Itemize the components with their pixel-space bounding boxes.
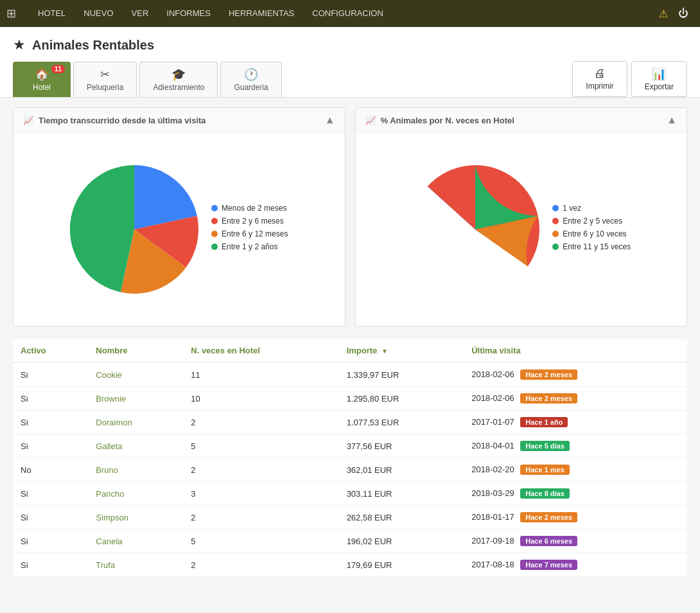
- cell-activo: Si: [13, 482, 88, 506]
- legend-dot: [552, 218, 559, 224]
- table-row: Si Simpson 2 262,58 EUR 2018-01-17 Hace …: [13, 506, 687, 529]
- nav-nuevo[interactable]: NUEVO: [74, 0, 122, 27]
- col-importe[interactable]: Importe ▼: [339, 339, 464, 362]
- animal-name-link[interactable]: Trufa: [96, 560, 115, 570]
- legend-label: Entre 2 y 5 veces: [563, 217, 622, 226]
- tab-hotel[interactable]: 🏠 Hotel 11: [13, 62, 71, 97]
- imprimir-button[interactable]: 🖨 Imprimir: [572, 61, 627, 97]
- nav-hotel[interactable]: HOTEL: [29, 0, 74, 27]
- cell-importe: 179,69 EUR: [339, 553, 464, 577]
- cell-ultima: 2018-04-01 Hace 5 días: [464, 434, 687, 458]
- cell-importe: 1.077,53 EUR: [339, 411, 464, 434]
- cell-nombre[interactable]: Doraimon: [88, 411, 183, 434]
- cell-nombre[interactable]: Pancho: [88, 482, 183, 506]
- cell-importe: 362,01 EUR: [339, 458, 464, 482]
- table-row: Si Cookie 11 1.339,97 EUR 2018-02-06 Hac…: [13, 362, 687, 387]
- legend-dot: [211, 205, 218, 211]
- hotel-badge: 11: [51, 65, 65, 73]
- cell-nombre[interactable]: Simpson: [88, 506, 183, 529]
- animal-name-link[interactable]: Brownie: [96, 394, 126, 404]
- legend-item: Entre 2 y 6 meses: [211, 217, 288, 226]
- animal-name-link[interactable]: Canela: [96, 537, 122, 546]
- exportar-button[interactable]: 📊 Exportar: [631, 61, 687, 97]
- cell-visitas: 10: [183, 387, 338, 411]
- sort-icon: ▼: [381, 348, 388, 355]
- legend-dot: [211, 218, 218, 224]
- table-body: Si Cookie 11 1.339,97 EUR 2018-02-06 Hac…: [13, 362, 687, 577]
- table-row: Si Pancho 3 303,11 EUR 2018-03-29 Hace 8…: [13, 482, 687, 506]
- table-row: Si Doraimon 2 1.077,53 EUR 2017-01-07 Ha…: [13, 411, 687, 434]
- legend-item: Menos de 2 meses: [211, 204, 288, 213]
- animal-name-link[interactable]: Doraimon: [96, 418, 132, 427]
- cell-nombre[interactable]: Canela: [88, 529, 183, 553]
- legend-item: 1 vez: [552, 204, 631, 213]
- visit-badge: Hace 7 meses: [520, 560, 577, 570]
- cell-visitas: 5: [183, 434, 338, 458]
- cell-importe: 196,02 EUR: [339, 529, 464, 553]
- animal-name-link[interactable]: Pancho: [96, 489, 124, 499]
- legend-label: Entre 11 y 15 veces: [563, 242, 631, 251]
- animal-name-link[interactable]: Bruno: [96, 465, 118, 475]
- chart-left-body: Menos de 2 meses Entre 2 y 6 meses Entre…: [70, 165, 288, 294]
- legend-label: Entre 1 y 2 años: [222, 242, 277, 251]
- cell-activo: Si: [13, 553, 88, 577]
- cell-nombre[interactable]: Trufa: [88, 553, 183, 577]
- nav-configuracion[interactable]: CONFIGURACION: [303, 0, 392, 27]
- animal-name-link[interactable]: Simpson: [96, 513, 128, 522]
- cell-nombre[interactable]: Bruno: [88, 458, 183, 482]
- cell-activo: Si: [13, 387, 88, 411]
- cell-ultima: 2017-01-07 Hace 1 año: [464, 411, 687, 434]
- trend-icon-right: 📈: [365, 116, 376, 125]
- legend-label: Entre 6 y 12 meses: [222, 229, 288, 238]
- table-wrapper: Activo Nombre N. veces en Hotel Importe …: [13, 339, 687, 577]
- legend-item: Entre 6 y 10 veces: [552, 229, 631, 238]
- alert-icon[interactable]: ⚠: [654, 8, 673, 20]
- chart-left-collapse[interactable]: ▲: [325, 114, 335, 126]
- visit-badge: Hace 2 meses: [520, 369, 577, 380]
- nav-ver[interactable]: VER: [123, 0, 158, 27]
- print-icon: 🖨: [594, 67, 606, 80]
- cell-activo: Si: [13, 506, 88, 529]
- tabs-left: 🏠 Hotel 11 ✂ Peluqueria 🎓 Adiestramiento…: [13, 62, 284, 97]
- cell-importe: 1.339,97 EUR: [339, 362, 464, 387]
- nav-herramientas[interactable]: HERRAMIENTAS: [220, 0, 303, 27]
- chart-right-body: 1 vez Entre 2 y 5 veces Entre 6 y 10 vec…: [411, 165, 631, 294]
- cell-activo: Si: [13, 434, 88, 458]
- export-icon: 📊: [652, 67, 666, 81]
- grid-icon[interactable]: ⊞: [6, 6, 16, 21]
- tab-peluqueria[interactable]: ✂ Peluqueria: [73, 62, 137, 97]
- tab-adiestramiento[interactable]: 🎓 Adiestramiento: [139, 62, 218, 97]
- animal-name-link[interactable]: Galleta: [96, 441, 122, 451]
- chart-left: 📈 Tiempo transcurrido desde la última vi…: [13, 107, 346, 326]
- legend-item: Entre 1 y 2 años: [211, 242, 288, 251]
- page-header: ★ Animales Rentables 🏠 Hotel 11 ✂ Peluqu…: [0, 27, 700, 98]
- col-ultima[interactable]: Última visita: [464, 339, 687, 362]
- cell-importe: 262,58 EUR: [339, 506, 464, 529]
- legend-label: Menos de 2 meses: [222, 204, 286, 213]
- visit-badge: Hace 1 año: [520, 417, 568, 427]
- col-nombre[interactable]: Nombre: [88, 339, 183, 362]
- col-activo[interactable]: Activo: [13, 339, 88, 362]
- power-icon[interactable]: ⏻: [673, 8, 694, 19]
- main-content: 📈 Tiempo transcurrido desde la última vi…: [0, 98, 700, 587]
- nav-informes[interactable]: INFORMES: [157, 0, 220, 27]
- peluqueria-tab-icon: ✂: [100, 67, 110, 82]
- cell-ultima: 2017-09-18 Hace 6 meses: [464, 529, 687, 553]
- tab-adiestramiento-label: Adiestramiento: [153, 83, 204, 92]
- cell-ultima: 2018-02-06 Hace 2 meses: [464, 387, 687, 411]
- data-table: Activo Nombre N. veces en Hotel Importe …: [13, 339, 687, 577]
- chart-right-collapse[interactable]: ▲: [667, 114, 677, 126]
- cell-nombre[interactable]: Cookie: [88, 362, 183, 387]
- cell-importe: 1.295,80 EUR: [339, 387, 464, 411]
- chart-left-legend: Menos de 2 meses Entre 2 y 6 meses Entre…: [211, 204, 288, 255]
- cell-nombre[interactable]: Brownie: [88, 387, 183, 411]
- cell-importe: 377,56 EUR: [339, 434, 464, 458]
- tab-guarderia[interactable]: 🕐 Guarderia: [220, 62, 281, 97]
- table-header-row: Activo Nombre N. veces en Hotel Importe …: [13, 339, 687, 362]
- col-visitas[interactable]: N. veces en Hotel: [183, 339, 338, 362]
- chart-right-legend: 1 vez Entre 2 y 5 veces Entre 6 y 10 vec…: [552, 204, 631, 255]
- cell-nombre[interactable]: Galleta: [88, 434, 183, 458]
- animal-name-link[interactable]: Cookie: [96, 370, 121, 380]
- cell-ultima: 2018-01-17 Hace 2 meses: [464, 506, 687, 529]
- tab-hotel-label: Hotel: [33, 83, 51, 92]
